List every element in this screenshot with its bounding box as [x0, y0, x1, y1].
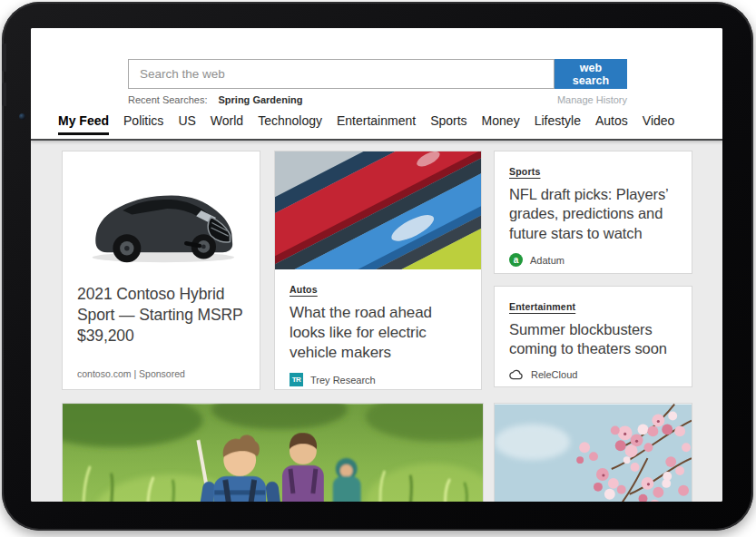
front-camera [19, 113, 25, 120]
search-meta-row: Recent Searches: Spring Gardening Manage… [128, 94, 627, 105]
news-feed-screen: web search Recent Searches: Spring Garde… [31, 28, 722, 502]
power-button [2, 44, 6, 72]
tab-money[interactable]: Money [482, 113, 520, 135]
category-link-sports[interactable]: Sports [509, 166, 540, 177]
recent-searches-label: Recent Searches: [128, 94, 207, 105]
sports-headline[interactable]: NFL draft picks: Players’ grades, predic… [509, 185, 677, 243]
sponsored-headline[interactable]: 2021 Contoso Hybrid Sport — Starting MSR… [63, 277, 260, 346]
entertainment-article-card[interactable]: Entertainment Summer blockbusters coming… [494, 286, 692, 387]
web-search-button[interactable]: web search [555, 59, 627, 89]
cloud-outline-icon [509, 369, 524, 380]
recent-searches: Recent Searches: Spring Gardening [128, 94, 302, 105]
sports-source-row: a Adatum [509, 253, 677, 267]
entertainment-source-row: ReleCloud [509, 369, 677, 380]
autos-source-name: Trey Research [310, 375, 376, 386]
adatum-logo-icon: a [509, 253, 523, 267]
article-teaser-kids-hiking[interactable] [62, 403, 484, 502]
sports-article-card[interactable]: Sports NFL draft picks: Players’ grades,… [494, 151, 692, 274]
screenshot-canvas: web search Recent Searches: Spring Garde… [0, 0, 756, 537]
tab-autos[interactable]: Autos [595, 113, 628, 135]
tab-politics[interactable]: Politics [123, 113, 163, 135]
category-link-entertainment[interactable]: Entertainment [509, 301, 575, 312]
tab-world[interactable]: World [211, 113, 243, 135]
search-bar: web search [128, 59, 627, 89]
autos-source-row: TR Trey Research [290, 373, 466, 386]
tab-us[interactable]: US [178, 113, 195, 135]
article-teaser-cherry-blossoms[interactable] [494, 403, 692, 502]
tab-lifestyle[interactable]: Lifestyle [535, 113, 581, 135]
sponsored-attribution: contoso.com | Sponsored [77, 368, 185, 379]
parked-cars-photo [275, 151, 481, 269]
trey-research-logo-icon: TR [290, 373, 303, 386]
entertainment-headline[interactable]: Summer blockbusters coming to theaters s… [509, 320, 677, 359]
sponsored-ad-card[interactable]: 2021 Contoso Hybrid Sport — Starting MSR… [62, 151, 260, 390]
car-ad-image [71, 161, 252, 277]
volume-button [2, 83, 6, 106]
recent-search-item[interactable]: Spring Gardening [219, 94, 303, 105]
kids-hiking-photo [63, 404, 483, 502]
tab-sports[interactable]: Sports [430, 113, 466, 135]
search-input[interactable] [128, 59, 555, 89]
cherry-blossom-photo [495, 404, 692, 502]
manage-history-link[interactable]: Manage History [557, 94, 627, 105]
tab-technology[interactable]: Technology [258, 113, 322, 135]
sports-source-name: Adatum [530, 255, 565, 266]
header: web search Recent Searches: Spring Garde… [31, 28, 722, 141]
entertainment-source-name: ReleCloud [531, 369, 577, 380]
category-nav: My Feed Politics US World Technology Ent… [58, 113, 674, 135]
category-link-autos[interactable]: Autos [290, 284, 318, 295]
tab-entertainment[interactable]: Entertainment [337, 113, 416, 135]
autos-article-card[interactable]: Autos What the road ahead looks like for… [274, 151, 482, 390]
tab-my-feed[interactable]: My Feed [58, 113, 109, 135]
autos-headline[interactable]: What the road ahead looks like for elect… [290, 303, 466, 363]
tab-video[interactable]: Video [643, 113, 675, 135]
feed-content: 2021 Contoso Hybrid Sport — Starting MSR… [31, 141, 722, 502]
